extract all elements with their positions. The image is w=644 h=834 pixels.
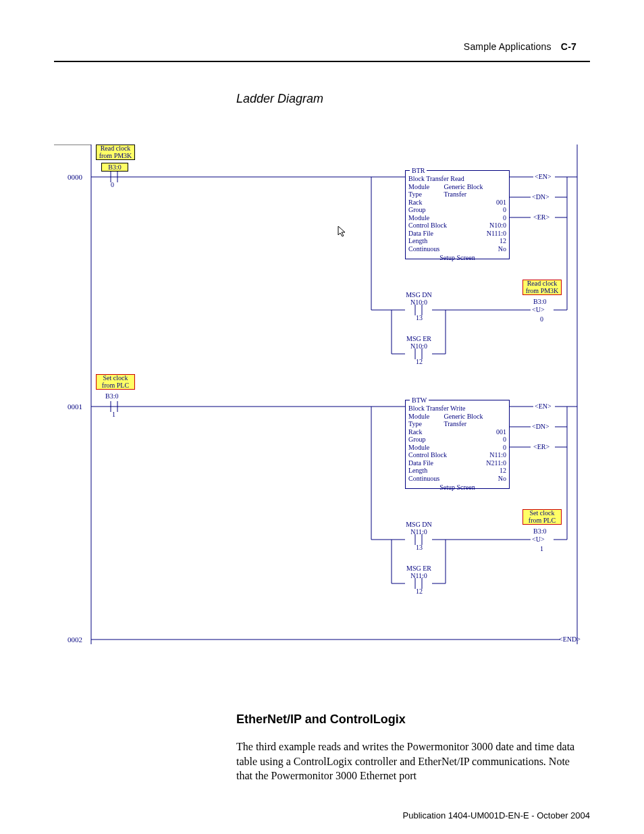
msg-dn-label: MSG DN N11:0 xyxy=(400,521,437,536)
ladder-diagram: 0000 Read clock from PM3K B3:0 0 BTR Blo… xyxy=(54,145,594,658)
msg-er-bit: 12 xyxy=(416,358,423,365)
msg-dn-bit: 13 xyxy=(416,544,423,551)
output-comment-tag: Read clock from PM3K xyxy=(522,280,562,295)
instruction-title: Block Transfer Write xyxy=(408,405,506,413)
rung-number: 0001 xyxy=(68,402,82,411)
output-comment-tag: Set clock from PLC xyxy=(522,509,562,525)
section-title: Ladder Diagram xyxy=(236,92,323,106)
output-bit: 0 xyxy=(540,315,543,323)
rung-number: 0000 xyxy=(68,173,82,181)
contact-address: B3:0 xyxy=(101,163,128,172)
breadcrumb-text: Sample Applications xyxy=(464,41,552,52)
instruction-title: Block Transfer Read xyxy=(408,175,506,183)
page-number: C-7 xyxy=(554,41,576,52)
contact-bit: 1 xyxy=(112,411,115,418)
msg-dn-label: MSG DN N10:0 xyxy=(400,291,437,306)
contact-bit: 0 xyxy=(111,181,114,188)
er-coil: <ER> xyxy=(533,443,549,450)
contact-address: B3:0 xyxy=(105,392,118,400)
end-instruction: <END> xyxy=(559,635,581,643)
setup-screen-link[interactable]: Setup Screen xyxy=(408,253,506,264)
btw-instruction-box: BTW Block Transfer Write Module TypeGene… xyxy=(405,400,510,489)
instruction-code: BTW xyxy=(410,396,429,405)
body-paragraph: The third example reads and writes the P… xyxy=(236,739,587,783)
setup-screen-link[interactable]: Setup Screen xyxy=(408,482,506,494)
section-heading: EtherNet/IP and ControlLogix xyxy=(236,712,406,727)
page-header: Sample Applications C-7 xyxy=(54,41,590,62)
rung-comment-tag: Read clock from PM3K xyxy=(96,145,135,160)
diagram-wires xyxy=(54,145,594,658)
msg-er-label: MSG ER N11:0 xyxy=(400,565,437,579)
msg-er-label: MSG ER N10:0 xyxy=(400,335,437,350)
rung-comment-tag: Set clock from PLC xyxy=(96,374,135,390)
unlatch-coil: <U> xyxy=(532,306,545,313)
msg-er-bit: 12 xyxy=(416,588,423,595)
er-coil: <ER> xyxy=(533,213,549,221)
btr-instruction-box: BTR Block Transfer Read Module TypeGener… xyxy=(405,170,510,259)
msg-dn-bit: 13 xyxy=(416,314,423,321)
dn-coil: <DN> xyxy=(532,423,549,430)
dn-coil: <DN> xyxy=(532,193,549,201)
rung-number: 0002 xyxy=(68,635,82,644)
instruction-code: BTR xyxy=(410,167,427,175)
en-coil: <EN> xyxy=(535,402,552,410)
breadcrumb: Sample Applications C-7 xyxy=(464,41,590,52)
publication-footer: Publication 1404-UM001D-EN-E - October 2… xyxy=(403,810,590,820)
unlatch-coil: <U> xyxy=(532,536,545,543)
en-coil: <EN> xyxy=(535,173,552,180)
mouse-cursor-icon xyxy=(338,226,347,238)
output-bit: 1 xyxy=(540,545,543,552)
output-address: B3:0 xyxy=(533,527,546,535)
output-address: B3:0 xyxy=(533,298,546,305)
